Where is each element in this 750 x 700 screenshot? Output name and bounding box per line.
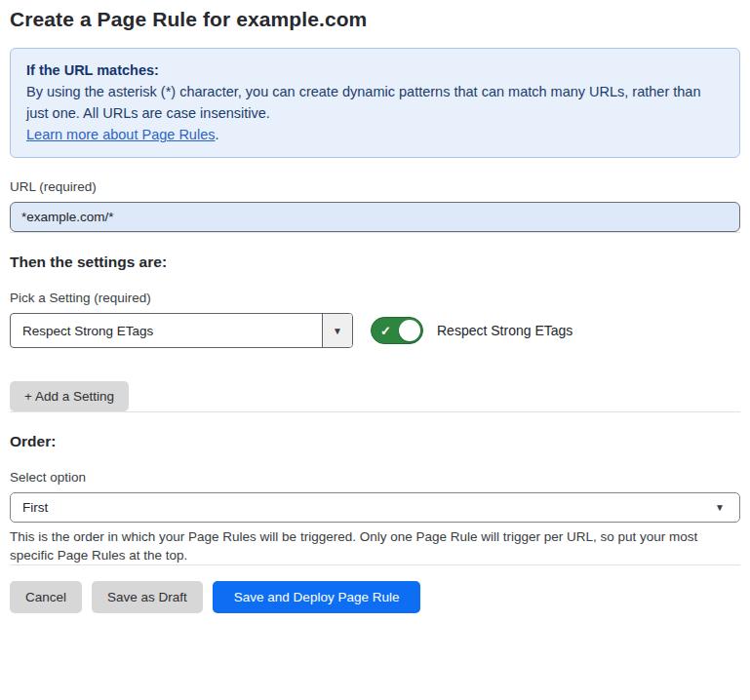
order-help-text: This is the order in which your Page Rul… bbox=[10, 527, 740, 564]
setting-select-arrow-box[interactable]: ▼ bbox=[322, 314, 352, 347]
chevron-down-icon: ▼ bbox=[715, 502, 725, 513]
url-field-label: URL (required) bbox=[10, 179, 740, 194]
setting-row: Respect Strong ETags ▼ ✓ Respect Strong … bbox=[10, 313, 740, 348]
check-icon: ✓ bbox=[380, 325, 391, 337]
footer-actions: Cancel Save as Draft Save and Deploy Pag… bbox=[10, 581, 740, 613]
info-box-heading: If the URL matches: bbox=[26, 59, 724, 81]
add-setting-button[interactable]: + Add a Setting bbox=[10, 381, 129, 411]
info-box-body: By using the asterisk (*) character, you… bbox=[26, 81, 724, 124]
save-deploy-button[interactable]: Save and Deploy Page Rule bbox=[213, 581, 421, 613]
cancel-button[interactable]: Cancel bbox=[10, 581, 82, 613]
chevron-down-icon: ▼ bbox=[333, 326, 342, 336]
pick-setting-label: Pick a Setting (required) bbox=[10, 291, 740, 305]
setting-select-value: Respect Strong ETags bbox=[11, 314, 322, 347]
order-section-heading: Order: bbox=[10, 433, 740, 450]
url-input[interactable] bbox=[10, 202, 740, 232]
order-select[interactable]: First ▼ bbox=[10, 492, 740, 523]
order-select-value: First bbox=[22, 500, 715, 515]
divider bbox=[10, 564, 740, 565]
link-suffix: . bbox=[215, 127, 218, 142]
page-rule-form: Create a Page Rule for example.com If th… bbox=[0, 0, 750, 613]
settings-section-heading: Then the settings are: bbox=[10, 253, 740, 271]
page-title: Create a Page Rule for example.com bbox=[10, 8, 740, 31]
url-match-info-box: If the URL matches: By using the asteris… bbox=[10, 48, 740, 158]
toggle-label: Respect Strong ETags bbox=[437, 323, 572, 338]
toggle-knob bbox=[399, 320, 420, 341]
info-box-link-line: Learn more about Page Rules. bbox=[26, 124, 724, 145]
save-draft-button[interactable]: Save as Draft bbox=[92, 581, 203, 613]
order-select-label: Select option bbox=[10, 470, 740, 485]
setting-select[interactable]: Respect Strong ETags ▼ bbox=[10, 313, 353, 348]
divider bbox=[10, 232, 740, 233]
respect-strong-etags-toggle[interactable]: ✓ bbox=[371, 317, 423, 344]
learn-more-link[interactable]: Learn more about Page Rules bbox=[26, 127, 215, 142]
divider bbox=[10, 411, 740, 412]
